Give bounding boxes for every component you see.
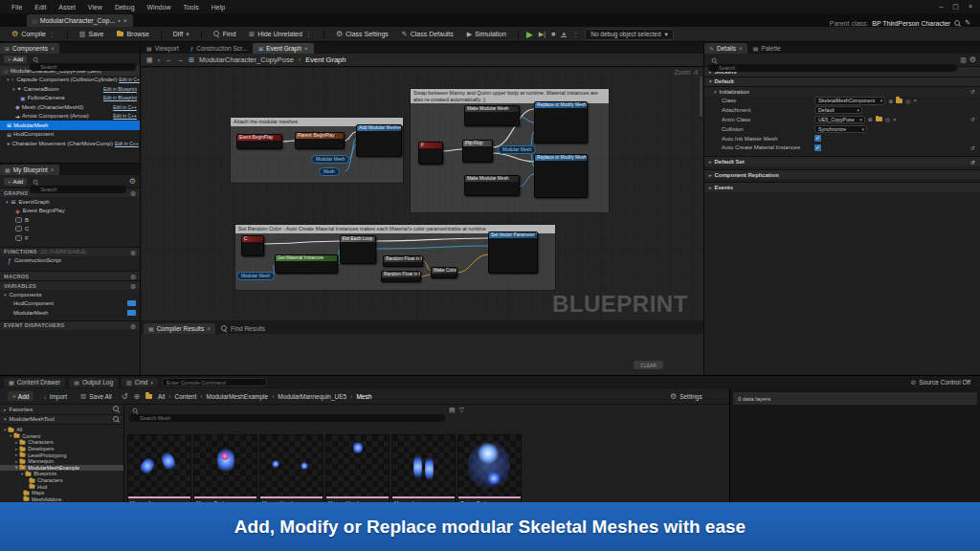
edit-in-blueprint-link[interactable]: Edit in Blueprint <box>103 95 137 100</box>
component-row-arrow[interactable]: ➜ Arrow Component (Arrow) Edit in C++ <box>0 112 140 121</box>
node-var-modular-mesh[interactable]: Modular Mesh <box>236 272 275 280</box>
maximize-icon[interactable]: ▢ <box>952 3 959 11</box>
compiler-results-tab[interactable]: ▦ Compiler Results × <box>144 323 215 334</box>
class-settings-button[interactable]: ⚙ Class Settings <box>332 28 392 40</box>
close-icon[interactable]: × <box>739 45 743 52</box>
play-button[interactable]: ▶ <box>526 30 533 39</box>
source-control-status[interactable]: ⊘ Source Control Off <box>910 379 976 386</box>
crumb-example[interactable]: ModularMeshExample <box>206 393 268 400</box>
close-icon[interactable]: × <box>304 45 308 52</box>
reset-icon[interactable]: ↺ <box>970 144 975 151</box>
save-icon[interactable]: ▥ <box>960 56 967 64</box>
component-row-followcamera[interactable]: ▣ FollowCamera Edit in Blueprint <box>0 94 140 103</box>
expand-arrow-icon[interactable]: ▾ <box>12 86 15 92</box>
new-folder-icon[interactable]: ⊕ <box>133 392 140 401</box>
tree-root-row[interactable]: ▾ ModularMeshTool <box>0 415 123 426</box>
add-icon[interactable]: ⊕ <box>888 98 893 104</box>
close-icon[interactable]: × <box>51 166 55 173</box>
play-options-icon[interactable]: ⋮ <box>572 31 579 38</box>
tree-item-modularmeshexample[interactable]: ▾ModularMeshExample <box>0 465 123 472</box>
node-var-modular-mesh[interactable]: Modular Mesh <box>311 155 349 164</box>
add-asset-button[interactable]: + Add <box>8 391 33 401</box>
node-make-mesh-bottom[interactable]: Make Modular Mesh <box>464 175 520 196</box>
import-button[interactable]: ↓ Import <box>39 391 71 402</box>
view-options-icon[interactable]: ▤ <box>449 407 456 414</box>
tree-item-maps[interactable]: Maps <box>0 490 123 496</box>
node-for-each-loop[interactable]: For Each Loop <box>340 235 376 264</box>
eject-button[interactable]: ▲ <box>561 31 567 37</box>
node-replace-mesh-top[interactable]: Replace or Modify Mesh <box>534 101 588 143</box>
search-icon[interactable] <box>954 20 961 27</box>
component-row-capsule[interactable]: ▾ ○ Capsule Component (CollisionCylinder… <box>0 76 140 85</box>
node-random-float-2[interactable]: Random Float in Range <box>381 271 421 282</box>
save-button[interactable]: ▥ Save <box>76 29 108 40</box>
menu-view[interactable]: View <box>88 4 102 11</box>
crumb-mesh[interactable]: Mesh <box>356 393 371 400</box>
reset-icon[interactable]: ↺ <box>970 159 975 165</box>
node-flip-flop[interactable]: Flip Flop <box>462 140 493 163</box>
variables-header[interactable]: VARIABLES ◎ <box>0 280 140 290</box>
tree-item-characters2[interactable]: Characters <box>0 477 123 484</box>
favorites-row[interactable]: ▸ Favorites <box>0 405 123 415</box>
reset-icon[interactable]: ↺ <box>970 88 975 95</box>
find-button[interactable]: Find <box>210 29 240 39</box>
tree-item-all[interactable]: ▾All <box>0 427 123 433</box>
chevron-down-icon[interactable]: ▾ <box>158 57 161 63</box>
tab-viewport[interactable]: ▤ Viewport <box>141 43 185 54</box>
anim-class-dropdown[interactable]: UE5_CopyPose <box>814 116 865 124</box>
console-command-input[interactable] <box>162 378 267 386</box>
history-back-icon[interactable]: ↺ <box>122 392 128 401</box>
eye-icon[interactable]: ◎ <box>130 322 136 329</box>
clear-icon[interactable]: × <box>893 117 897 122</box>
macros-header[interactable]: MACROS ◎ <box>0 271 140 280</box>
auto-init-checkbox[interactable]: ✓ <box>814 135 821 142</box>
tab-construction-script[interactable]: ƒ Construction Scr... <box>185 43 253 54</box>
clear-icon[interactable]: × <box>913 98 917 103</box>
edit-icon[interactable]: ✎ <box>965 19 970 27</box>
my-blueprint-tab[interactable]: ▦ My Blueprint × <box>0 165 59 175</box>
node-replace-mesh-bottom[interactable]: Replace or Modify Mesh <box>534 154 588 198</box>
crumb-mannequin[interactable]: ModularMannequin_UE5 <box>278 393 346 400</box>
frame-skip-button[interactable]: ▶| <box>539 31 546 38</box>
breadcrumb-graph[interactable]: Event Graph <box>305 55 345 64</box>
node-make-mesh-top[interactable]: Make Modular Mesh <box>464 105 520 126</box>
close-icon[interactable]: × <box>207 325 211 332</box>
eye-icon[interactable]: ◎ <box>130 282 136 289</box>
node-var-mesh[interactable]: Mesh <box>319 167 340 176</box>
options-icon[interactable]: ⋮ <box>305 31 312 38</box>
graph-file-icon[interactable]: ▦ <box>146 56 153 64</box>
edit-in-cpp-link[interactable]: Edit in C++ <box>119 77 140 82</box>
browse-icon[interactable] <box>896 99 902 103</box>
reset-icon[interactable]: ↺ <box>970 116 975 122</box>
tree-item-content[interactable]: ▾Content <box>0 433 123 440</box>
eye-icon[interactable]: ◎ <box>130 189 136 196</box>
content-settings-button[interactable]: ⚙ Settings <box>670 392 702 401</box>
details-search-input[interactable] <box>708 64 957 72</box>
cmd-dropdown[interactable]: ▥ Cmd ▾ <box>122 378 158 387</box>
asset-search-input[interactable] <box>129 414 445 422</box>
eye-icon[interactable]: ◎ <box>130 273 136 279</box>
forward-arrow-icon[interactable]: → <box>177 55 185 64</box>
crumb-all[interactable]: All <box>158 393 165 400</box>
class-dropdown[interactable]: SkeletalMeshComponent <box>814 97 885 105</box>
crumb-content[interactable]: Content <box>175 393 197 400</box>
node-get-material-instances[interactable]: Get Material Instances <box>275 254 338 274</box>
tab-close-icon[interactable]: × <box>123 17 127 24</box>
node-var-modular-mesh[interactable]: Modular Mesh <box>498 145 536 154</box>
stop-button[interactable]: ■ <box>551 31 555 37</box>
debug-object-dropdown[interactable]: No debug object selected ▾ <box>585 29 674 40</box>
search-icon[interactable] <box>113 416 120 423</box>
close-icon[interactable]: × <box>51 45 55 52</box>
expand-arrow-icon[interactable]: ▾ <box>4 292 7 298</box>
menu-tools[interactable]: Tools <box>183 4 198 11</box>
default-set-section[interactable]: ▸ Default Set ↺ <box>704 156 980 166</box>
save-all-button[interactable]: ▥ Save All <box>77 390 116 402</box>
component-row-charmove[interactable]: + Character Movement (CharMoveComp) Edit… <box>0 139 140 148</box>
tree-item-levelprototyping[interactable]: ▸LevelPrototyping <box>0 452 123 458</box>
events-section[interactable]: ▸ Events <box>704 182 980 192</box>
node-make-color[interactable]: Make Color <box>431 267 457 278</box>
node-parent-begin-play[interactable]: Parent: BeginPlay <box>295 132 345 149</box>
browse-button[interactable]: Browse <box>113 29 152 39</box>
component-row-mesh[interactable]: ◆ Mesh (CharacterMesh0) Edit in C++ <box>0 102 140 112</box>
details-tab[interactable]: ✎ Details × <box>704 43 747 54</box>
